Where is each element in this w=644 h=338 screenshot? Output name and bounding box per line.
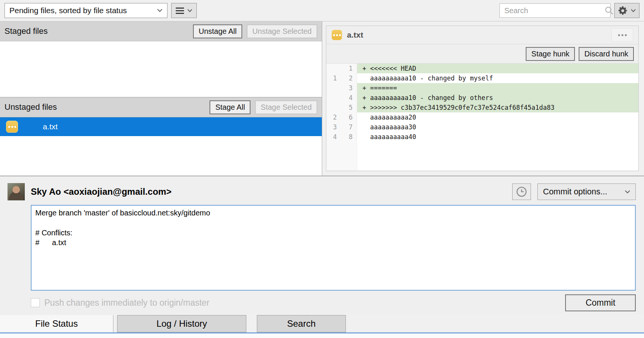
diff-line-text: + <<<<<<< HEAD — [357, 64, 638, 73]
file-lists-pane: Staged files Unstage All Unstage Selecte… — [0, 21, 322, 176]
diff-more-button[interactable] — [611, 28, 633, 42]
bottom-tab-bar: File Status Log / History Search — [0, 314, 644, 338]
stage-hunk-button[interactable]: Stage hunk — [526, 47, 575, 61]
magnifier-icon — [605, 6, 614, 15]
unstage-all-button[interactable]: Unstage All — [193, 24, 242, 38]
diff-file-header: a.txt — [326, 26, 638, 44]
unstaged-files-title: Unstaged files — [5, 102, 205, 112]
ellipsis-icon — [618, 34, 620, 36]
hamburger-icon — [176, 8, 184, 14]
new-line-number: 6 — [341, 112, 357, 122]
new-line-number: 8 — [341, 132, 357, 142]
orange-ellipsis-badge-icon — [6, 121, 18, 133]
diff-line[interactable]: 3 7 aaaaaaaaaa30 — [326, 122, 638, 132]
stage-selected-button[interactable]: Stage Selected — [255, 100, 317, 114]
new-line-number: 7 — [341, 122, 357, 132]
diff-pane: a.txt Stage hunk Discard hunk 1 + <<<<<<… — [322, 21, 644, 176]
unstaged-file-row[interactable]: a.txt — [0, 117, 322, 136]
search-input[interactable] — [504, 6, 605, 15]
push-immediately-checkbox[interactable] — [31, 298, 40, 307]
diff-line-text: + >>>>>>> c3b37ec3419529c0fe7c37e524caf6… — [357, 103, 638, 112]
chevron-down-icon — [631, 9, 636, 12]
old-line-number: 3 — [326, 122, 341, 132]
commit-options-label: Commit options... — [543, 187, 621, 197]
author-row: Sky Ao <aoxiaojian@gmail.com> Commit opt… — [8, 183, 636, 200]
diff-body: 1 + <<<<<<< HEAD 1 2 aaaaaaaaaa10 - chan… — [326, 64, 638, 171]
diff-line-text: aaaaaaaaaa30 — [357, 122, 638, 132]
diff-line-text: aaaaaaaaaa20 — [357, 112, 638, 122]
discard-hunk-button[interactable]: Discard hunk — [579, 47, 634, 61]
tab-label: File Status — [35, 318, 78, 329]
old-line-number — [326, 93, 341, 103]
search-box — [499, 3, 611, 18]
diff-line-text: + aaaaaaaaaa10 - changed by others — [357, 93, 638, 103]
toolbar: Pending files, sorted by file status — [0, 0, 644, 21]
staged-files-list[interactable] — [0, 41, 322, 97]
diff-line[interactable]: 2 6 aaaaaaaaaa20 — [326, 112, 638, 122]
commit-history-button[interactable] — [512, 183, 531, 200]
unstaged-files-header: Unstaged files Stage All Stage Selected — [0, 97, 322, 117]
chevron-down-icon — [625, 190, 630, 194]
tab-label: Search — [287, 318, 315, 329]
view-selector-dropdown[interactable]: Pending files, sorted by file status — [5, 3, 167, 18]
tab-label: Log / History — [157, 318, 207, 329]
new-line-number: 1 — [341, 64, 357, 73]
unstaged-files-list[interactable]: a.txt — [0, 117, 322, 176]
chevron-down-icon — [157, 9, 163, 12]
diff-line-text: aaaaaaaaaa40 — [357, 132, 638, 142]
stage-all-button[interactable]: Stage All — [210, 100, 250, 114]
gear-icon — [618, 6, 628, 16]
main-area: Staged files Unstage All Unstage Selecte… — [0, 21, 644, 176]
new-line-number: 4 — [341, 93, 357, 103]
tab[interactable]: Search — [257, 315, 346, 332]
file-name: a.txt — [43, 122, 58, 131]
diff-line[interactable]: 3 + ======= — [326, 83, 638, 93]
orange-ellipsis-badge-icon — [332, 30, 342, 40]
old-line-number — [326, 83, 341, 93]
new-line-number: 2 — [341, 73, 357, 83]
new-line-number: 5 — [341, 103, 357, 112]
avatar — [8, 183, 25, 200]
diff-file-name: a.txt — [347, 30, 606, 39]
settings-button[interactable] — [614, 3, 639, 18]
new-line-number: 3 — [341, 83, 357, 93]
diff-filler — [326, 142, 638, 171]
tab[interactable]: Log / History — [117, 315, 246, 332]
commit-button[interactable]: Commit — [565, 294, 636, 311]
commit-section: Sky Ao <aoxiaojian@gmail.com> Commit opt… — [0, 176, 644, 314]
old-line-number: 2 — [326, 112, 341, 122]
diff-line[interactable]: 1 2 aaaaaaaaaa10 - changed by myself — [326, 73, 638, 83]
diff-line[interactable]: 1 + <<<<<<< HEAD — [326, 64, 638, 73]
view-options-menu-button[interactable] — [171, 3, 197, 18]
diff-line[interactable]: 4 + aaaaaaaaaa10 - changed by others — [326, 93, 638, 103]
view-selector-label: Pending files, sorted by file status — [9, 6, 127, 15]
tabs: File Status Log / History Search — [0, 314, 644, 332]
old-line-number: 1 — [326, 73, 341, 83]
unstage-selected-button[interactable]: Unstage Selected — [247, 24, 317, 38]
commit-author: Sky Ao <aoxiaojian@gmail.com> — [31, 186, 512, 197]
chevron-down-icon — [187, 9, 192, 12]
diff-line[interactable]: 4 8 aaaaaaaaaa40 — [326, 132, 638, 142]
staged-files-title: Staged files — [5, 26, 189, 36]
old-line-number: 4 — [326, 132, 341, 142]
diff-panel: a.txt Stage hunk Discard hunk 1 + <<<<<<… — [326, 26, 639, 171]
tab-bar-bottom-strip — [0, 333, 644, 338]
staged-files-header: Staged files Unstage All Unstage Selecte… — [0, 21, 322, 41]
diff-line-text: aaaaaaaaaa10 - changed by myself — [357, 73, 638, 83]
hunk-actions-bar: Stage hunk Discard hunk — [326, 44, 638, 64]
push-immediately-label: Push changes immediately to origin/maste… — [44, 298, 210, 308]
commit-message-input[interactable]: Merge branch 'master' of basiccloud.net:… — [31, 205, 636, 291]
diff-line[interactable]: 5 + >>>>>>> c3b37ec3419529c0fe7c37e524ca… — [326, 103, 638, 112]
commit-bottom-row: Push changes immediately to origin/maste… — [31, 294, 636, 311]
diff-lines: 1 + <<<<<<< HEAD 1 2 aaaaaaaaaa10 - chan… — [326, 64, 638, 142]
commit-options-dropdown[interactable]: Commit options... — [537, 183, 636, 200]
tab[interactable]: File Status — [0, 315, 113, 332]
clock-icon — [516, 186, 527, 197]
old-line-number — [326, 103, 341, 112]
diff-line-text: + ======= — [357, 83, 638, 93]
old-line-number — [326, 64, 341, 73]
